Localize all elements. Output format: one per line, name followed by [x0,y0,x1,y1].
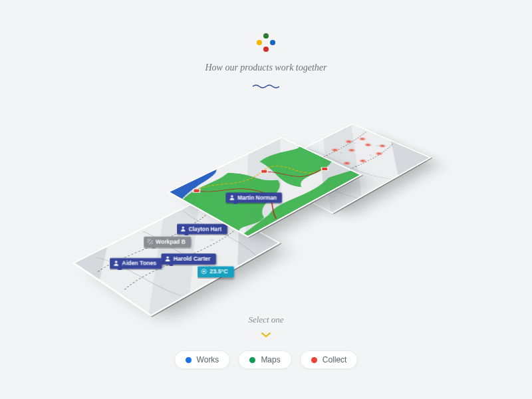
logo-dot-bottom [263,47,269,52]
logo-dot-right [270,40,275,45]
pill-maps[interactable]: Maps [238,350,291,369]
heat-point-icon [356,136,368,142]
pill-dot-icon [186,357,192,363]
wave-divider-icon [253,80,279,92]
pill-works[interactable]: Works [174,350,231,369]
route-marker-icon [194,190,200,192]
heat-point-icon [346,148,358,154]
logo-dot-left [257,40,262,45]
product-selector: WorksMapsCollect [174,350,358,369]
select-prompt: Select one [0,315,532,325]
heat-point-icon [342,139,354,145]
pill-dot-icon [311,357,317,363]
header: How our products work together [0,33,532,92]
pill-label: Maps [261,355,280,364]
pill-collect[interactable]: Collect [300,350,358,369]
heat-point-icon [376,143,388,149]
chevron-down-icon [0,329,532,341]
logo-dot-top [263,33,269,39]
tagline: How our products work together [0,63,532,73]
isometric-scene: Aiden Tones Workpad B Clayton Hart Harol… [33,120,499,293]
heat-point-icon [356,158,368,164]
heat-point-icon [329,147,341,153]
footer: Select one WorksMapsCollect [0,315,532,369]
pill-dot-icon [249,357,255,363]
pill-label: Collect [323,355,347,364]
route-marker-icon [261,170,267,173]
brand-logo-icon [257,33,275,52]
heat-point-icon [373,151,385,157]
route-marker-icon [322,168,327,170]
pill-label: Works [197,355,219,364]
heat-point-icon [362,142,374,148]
